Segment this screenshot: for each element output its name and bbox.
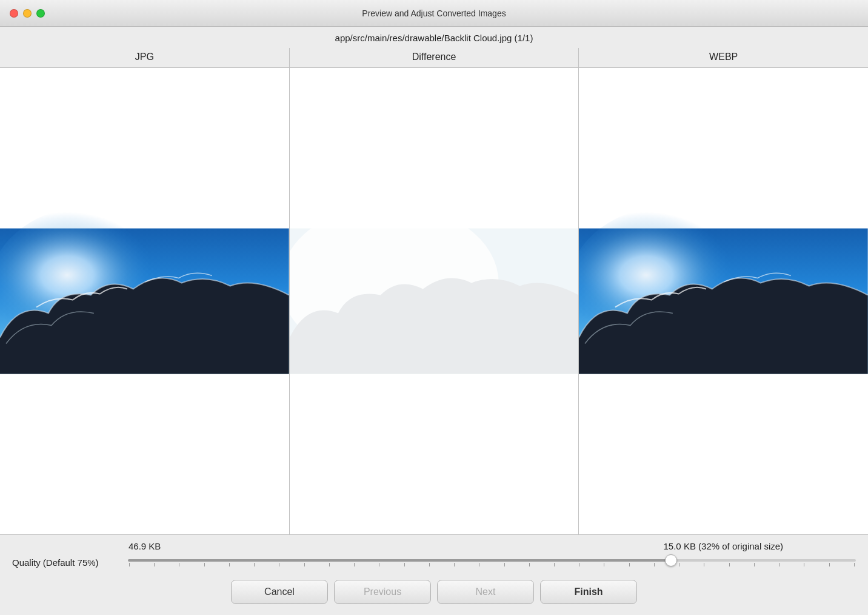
tick [554,563,555,566]
tick [354,563,355,566]
tick [154,563,155,566]
difference-preview-pane [290,68,579,534]
tick [829,563,830,566]
tick [654,563,655,566]
next-button[interactable]: Next [437,580,534,604]
quality-label: Quality (Default 75%) [12,557,118,568]
tick [304,563,305,566]
filepath-bar: app/src/main/res/drawable/Backlit Cloud.… [0,27,868,48]
filepath-text: app/src/main/res/drawable/Backlit Cloud.… [335,33,533,43]
tick [479,563,479,566]
tick [529,563,530,566]
minimize-button[interactable] [23,9,32,18]
column-headers: JPG Difference WEBP [0,48,868,67]
preview-area [0,67,868,535]
tick [429,563,430,566]
tick [404,563,405,566]
slider-ticks [128,563,856,566]
tick [379,563,379,566]
tick [204,563,205,566]
close-button[interactable] [10,9,18,18]
webp-preview-pane [579,68,868,534]
tick [454,563,455,566]
webp-file-size: 15.0 KB (32% of original size) [579,541,868,551]
quality-slider-container [128,559,856,566]
previous-button[interactable]: Previous [334,580,431,604]
jpg-column-header: JPG [0,48,290,67]
quality-slider[interactable] [128,559,856,562]
window-controls [10,9,45,18]
tick [754,563,755,566]
tick [704,563,704,566]
tick [179,563,179,566]
tick [504,563,505,566]
jpg-file-size: 46.9 KB [0,541,289,551]
difference-column-header: Difference [290,48,579,67]
webp-image [579,68,868,534]
window-title: Preview and Adjust Converted Images [362,8,506,18]
tick [604,563,604,566]
webp-column-header: WEBP [579,48,868,67]
tick [279,563,279,566]
difference-file-size [289,541,578,551]
quality-row: Quality (Default 75%) [0,555,868,574]
tick [804,563,804,566]
tick [329,563,330,566]
tick [854,563,855,566]
difference-image [290,68,579,534]
jpg-image [0,68,289,534]
tick [579,563,579,566]
tick [229,563,230,566]
tick [729,563,730,566]
tick [629,563,630,566]
tick [129,563,130,566]
tick [679,563,679,566]
finish-button[interactable]: Finish [540,580,637,604]
buttons-row: Cancel Previous Next Finish [0,574,868,615]
tick [254,563,255,566]
tick [779,563,780,566]
titlebar: Preview and Adjust Converted Images [0,0,868,27]
jpg-preview-pane [0,68,290,534]
cancel-button[interactable]: Cancel [231,580,328,604]
footer: 46.9 KB 15.0 KB (32% of original size) Q… [0,535,868,615]
file-sizes-row: 46.9 KB 15.0 KB (32% of original size) [0,535,868,555]
maximize-button[interactable] [36,9,45,18]
